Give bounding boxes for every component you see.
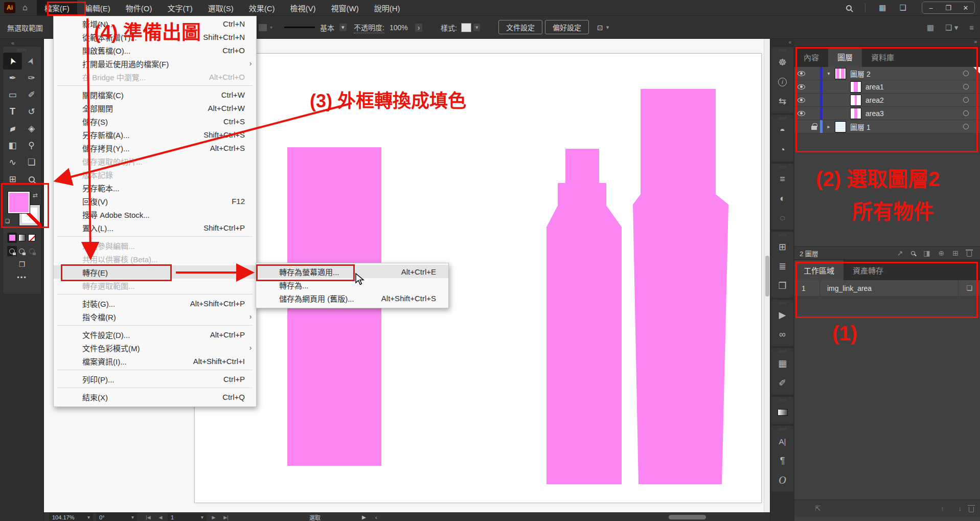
- menu-item[interactable]: 儲存選取的切片...: [54, 154, 256, 168]
- expand-chevron-icon[interactable]: ▾: [823, 71, 835, 76]
- menubar-item[interactable]: 文字(T): [160, 0, 200, 15]
- menu-item[interactable]: 轉存(E) ›: [54, 265, 256, 279]
- artboard-number-dropdown[interactable]: 1▾: [168, 514, 207, 521]
- panel-tab[interactable]: 資料庫: [862, 47, 903, 67]
- zoom-tool[interactable]: [22, 171, 41, 188]
- menu-item[interactable]: 儲存(S) Ctrl+S: [54, 115, 256, 128]
- menu-item[interactable]: 置入(L)... Shift+Ctrl+P: [54, 221, 256, 234]
- visibility-toggle[interactable]: [794, 71, 808, 76]
- opentype-panel-icon[interactable]: O: [771, 470, 793, 490]
- menu-item[interactable]: 從範本新增(T)... Shift+Ctrl+N: [54, 30, 256, 43]
- menu-item[interactable]: 回復(V) F12: [54, 194, 256, 208]
- artboard-page-icon[interactable]: ❏: [959, 284, 980, 292]
- menu-item[interactable]: [54, 83, 256, 88]
- layer-thumbnail[interactable]: [850, 95, 861, 106]
- eyedropper-tool[interactable]: ⚲: [22, 137, 41, 154]
- layer-thumbnail[interactable]: [850, 81, 861, 93]
- menu-item[interactable]: 結束(X) Ctrl+Q: [54, 390, 256, 403]
- menu-item[interactable]: 文件色彩模式(M) ›: [54, 341, 256, 354]
- menu-item[interactable]: [54, 292, 256, 297]
- preferences-button[interactable]: 偏好設定: [545, 20, 589, 34]
- shape-tool[interactable]: ❏: [22, 154, 41, 171]
- properties-panel-icon[interactable]: ☸: [771, 53, 793, 72]
- appearance-panel-icon[interactable]: ◌: [771, 208, 793, 228]
- area3-bottle[interactable]: [633, 89, 728, 484]
- fill-color-swatch[interactable]: [8, 192, 30, 213]
- type-tool[interactable]: T: [3, 103, 22, 120]
- color-guide-panel-icon[interactable]: ◔: [771, 140, 793, 160]
- minimize-button[interactable]: –: [922, 2, 940, 13]
- menu-item[interactable]: 搜尋 Adobe Stock...: [54, 208, 256, 221]
- panel-tab[interactable]: 圖層: [828, 47, 862, 67]
- previous-artboard-button[interactable]: ◀: [154, 515, 167, 520]
- menu-item[interactable]: 打開最近使用過的檔案(F) ›: [54, 57, 256, 70]
- width-tool[interactable]: ∿: [3, 154, 22, 171]
- layer-row[interactable]: ▾ 圖層 2: [794, 67, 980, 80]
- shape-builder-tool[interactable]: ◈: [22, 120, 41, 137]
- lock-toggle[interactable]: [808, 123, 820, 130]
- menubar-item[interactable]: 效果(C): [241, 0, 283, 15]
- screen-mode-icon[interactable]: ❐: [3, 256, 41, 268]
- style-swatch[interactable]: [461, 23, 471, 32]
- menu-item[interactable]: 關閉檔案(C) Ctrl+W: [54, 88, 256, 101]
- move-down-icon[interactable]: ↓: [951, 505, 962, 512]
- menu-item[interactable]: 另存範本...: [54, 181, 256, 194]
- layer-row[interactable]: area2: [794, 94, 980, 107]
- artboard-name[interactable]: img_link_area: [820, 280, 959, 296]
- next-artboard-button[interactable]: ▶: [208, 515, 220, 520]
- gradient-fill-button[interactable]: [17, 233, 27, 243]
- panel-menu-icon[interactable]: ≡: [969, 23, 974, 32]
- arrange-icon[interactable]: ❑ ▾: [945, 23, 958, 32]
- menu-item[interactable]: 新增(N)... Ctrl+N: [54, 17, 256, 30]
- menubar-item[interactable]: 檔案(F): [37, 0, 77, 15]
- visibility-toggle[interactable]: [794, 84, 808, 89]
- layer-name[interactable]: area3: [865, 109, 963, 118]
- isolate-selection-icon[interactable]: ⊡▾: [597, 16, 609, 39]
- expand-chevron-icon[interactable]: ▸: [823, 124, 835, 129]
- paintbrush-tool[interactable]: ✐: [22, 86, 41, 103]
- visibility-toggle[interactable]: [794, 98, 808, 103]
- menu-item[interactable]: 文件設定(D)... Alt+Ctrl+P: [54, 328, 256, 341]
- color-fill-button[interactable]: [7, 233, 17, 243]
- last-artboard-button[interactable]: ▶|: [220, 515, 232, 520]
- delete-layer-icon[interactable]: [967, 249, 972, 257]
- menu-item[interactable]: 邀請參與編輯...: [54, 239, 256, 252]
- menubar-item[interactable]: 說明(H): [367, 0, 408, 15]
- collapse-toolbar-icon[interactable]: «: [11, 40, 14, 46]
- layer-row[interactable]: area1: [794, 80, 980, 94]
- draw-behind-button[interactable]: [17, 246, 27, 256]
- color-panel-icon[interactable]: ◓: [771, 121, 793, 140]
- direct-selection-tool[interactable]: ➤: [22, 53, 41, 70]
- search-icon[interactable]: [846, 5, 852, 11]
- first-artboard-button[interactable]: |◀: [142, 515, 154, 520]
- rotate-tool[interactable]: ↺: [22, 103, 41, 120]
- submenu-item[interactable]: 儲存為網頁用 (舊版)... Alt+Shift+Ctrl+S: [256, 291, 448, 305]
- menubar-item[interactable]: 選取(S): [200, 0, 241, 15]
- zoom-level-dropdown[interactable]: 104.17%▾: [49, 513, 93, 521]
- menu-item[interactable]: 檔案資訊(I)... Alt+Shift+Ctrl+I: [54, 354, 256, 368]
- style-dropdown[interactable]: 樣式:▾: [441, 16, 480, 39]
- status-play-icon[interactable]: ▶: [362, 513, 366, 521]
- menu-item[interactable]: 版本記錄: [54, 168, 256, 181]
- rotation-dropdown[interactable]: 0°▾: [96, 513, 137, 521]
- gradient-panel-icon[interactable]: [771, 402, 793, 422]
- menu-item[interactable]: 全部關閉 Alt+Ctrl+W: [54, 101, 256, 115]
- transparency-panel-icon[interactable]: ◐: [771, 189, 793, 208]
- layer-name[interactable]: 圖層 1: [850, 122, 963, 132]
- make-clipping-mask-icon[interactable]: ◨: [923, 249, 930, 257]
- target-circle-icon[interactable]: [963, 97, 969, 103]
- layer-name[interactable]: area2: [865, 96, 963, 104]
- draw-normal-button[interactable]: [7, 246, 17, 256]
- align-panel-icon[interactable]: ≣: [771, 257, 793, 276]
- menu-item[interactable]: 指令檔(R) ›: [54, 310, 256, 323]
- layer-row[interactable]: ▸ 圖層 1: [794, 120, 980, 133]
- menubar-item[interactable]: 編輯(E): [77, 0, 118, 15]
- paragraph-panel-icon[interactable]: ¶: [771, 451, 793, 470]
- panel-tab[interactable]: 資產轉存: [844, 260, 893, 280]
- opacity-control[interactable]: 不透明度:100%›: [354, 16, 422, 39]
- actions-panel-icon[interactable]: ▶: [771, 305, 793, 325]
- links-panel-icon[interactable]: ∞: [771, 325, 793, 344]
- menubar-item[interactable]: 物件(O): [118, 0, 160, 15]
- area2-bottle[interactable]: [546, 149, 622, 484]
- swatches-panel-icon[interactable]: ▦: [771, 354, 793, 373]
